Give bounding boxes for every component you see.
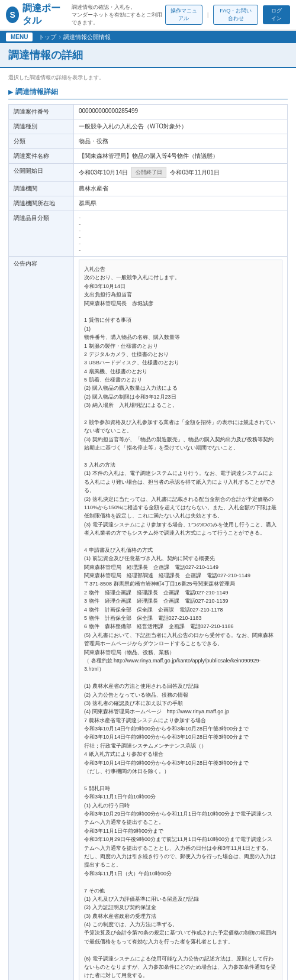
nav-bar: MENU トップ › 調達情報公開情報 — [0, 31, 296, 43]
table-row-dates: 公開開始日 令和03年10月14日 公開終了日 令和03年11月01日 — [9, 164, 288, 182]
open-start-date: 令和03年10月14日 — [79, 169, 128, 177]
value-procurement-type: 一般競争入札の入札公告（WTO対象外） — [74, 119, 288, 134]
login-button[interactable]: ログイン — [263, 5, 290, 24]
separator: | — [207, 12, 208, 18]
label-public-content: 公告内容 — [9, 257, 74, 981]
page-title-bar: 調達情報の詳細 — [0, 43, 296, 68]
value-agency: 農林水産省 — [74, 182, 288, 196]
table-row: 調達種別 一般競争入札の入札公告（WTO対象外） — [9, 119, 288, 134]
section-title: 調達情報詳細 — [15, 87, 58, 97]
faq-button[interactable]: FAQ・お問い合わせ — [213, 5, 258, 25]
open-end-label: 公開終了日 — [131, 167, 166, 178]
label-procurement-type: 調達種別 — [9, 119, 74, 134]
header-description: 調達情報の確認・入札を。 マンダーネットを有効にするとご利用できます。 — [72, 4, 165, 27]
logo-area: S 調達ポータル 調達情報の確認・入札を。 マンダーネットを有効にするとご利用で… — [6, 2, 165, 27]
table-row: 調達機関所在地 群馬県 — [9, 196, 288, 211]
value-item-category: - - - - - - — [74, 211, 288, 257]
label-item-category: 調達品目分類 — [9, 211, 74, 257]
value-dates: 令和03年10月14日 公開終了日 令和03年11月01日 — [74, 164, 288, 182]
header-right: 操作マニュアル | FAQ・お問い合わせ ログイン — [165, 5, 290, 25]
menu-button[interactable]: MENU — [6, 33, 33, 41]
value-procurement-number: 000000000000285499 — [74, 105, 288, 119]
breadcrumb-current: 調達情報公開情報 — [63, 33, 111, 41]
value-category: 物品・役務 — [74, 134, 288, 149]
table-row-public-content: 公告内容 入札公告 次のとおり、一般競争入札に付します。 令和3年10月14日 … — [9, 257, 288, 981]
breadcrumb-top[interactable]: トップ — [38, 33, 56, 41]
main-content: 選択した調達情報の詳細を表示します。 調達情報詳細 調達案件番号 0000000… — [0, 68, 296, 980]
table-row-category: 調達品目分類 - - - - - - — [9, 211, 288, 257]
page-description: 選択した調達情報の詳細を表示します。 — [8, 74, 288, 82]
section-header: 調達情報詳細 — [8, 85, 288, 99]
breadcrumb-sep: › — [59, 34, 60, 40]
site-header: S 調達ポータル 調達情報の確認・入札を。 マンダーネットを有効にするとご利用で… — [0, 0, 296, 31]
page-title: 調達情報の詳細 — [8, 48, 288, 62]
table-row: 調達案件名称 【関東森林管理局】物品の購入等4号物件（情議態） — [9, 149, 288, 164]
open-end-date: 令和03年11月01日 — [170, 169, 219, 177]
table-row: 調達機関 農林水産省 — [9, 182, 288, 196]
logo-text: 調達ポータル — [22, 2, 68, 27]
label-procurement-number: 調達案件番号 — [9, 105, 74, 119]
value-project-name: 【関東森林管理局】物品の購入等4号物件（情議態） — [74, 149, 288, 164]
label-open-start: 公開開始日 — [9, 164, 74, 182]
value-location: 群馬県 — [74, 196, 288, 211]
value-public-content: 入札公告 次のとおり、一般競争入札に付します。 令和3年10月14日 支出負担行… — [74, 257, 288, 981]
logo-icon: S — [6, 7, 19, 23]
label-location: 調達機関所在地 — [9, 196, 74, 211]
label-project-name: 調達案件名称 — [9, 149, 74, 164]
public-content-box: 入札公告 次のとおり、一般競争入札に付します。 令和3年10月14日 支出負担行… — [79, 260, 282, 980]
label-category: 分類 — [9, 134, 74, 149]
detail-table: 調達案件番号 000000000000285499 調達種別 一般競争入札の入札… — [8, 104, 288, 980]
label-agency: 調達機関 — [9, 182, 74, 196]
table-row: 分類 物品・役務 — [9, 134, 288, 149]
manual-button[interactable]: 操作マニュアル — [165, 5, 202, 25]
table-row: 調達案件番号 000000000000285499 — [9, 105, 288, 119]
breadcrumb: トップ › 調達情報公開情報 — [38, 33, 110, 41]
